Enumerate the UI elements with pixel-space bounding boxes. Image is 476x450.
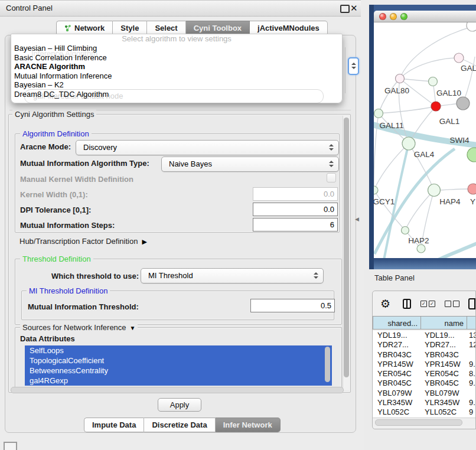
network-node[interactable] [457, 97, 470, 110]
table-row[interactable]: YBL079WYBL079W [373, 389, 476, 398]
network-node-label: GAL11 [379, 121, 403, 130]
tab-label: Discretize Data [152, 418, 207, 432]
tab-impute-data[interactable]: Impute Data [84, 418, 144, 432]
sources-toggle[interactable]: Sources for Network Inference▼ [20, 323, 138, 332]
network-node[interactable] [428, 184, 441, 197]
close-icon[interactable]: ✕ [350, 1, 358, 15]
tab-label: Infer Network [223, 418, 272, 432]
network-window[interactable]: GALGAL80GAL10GAL1GAL11GAL4SWI4GCY1HAP4YH… [374, 11, 476, 258]
algorithm-dropdown-popup: Select algorithm to view settings Bayesi… [11, 34, 343, 103]
table-cell: YPR145W [421, 360, 467, 369]
tab-infer-network[interactable]: Infer Network [216, 418, 281, 432]
column-header-partial[interactable] [467, 316, 476, 330]
table-cell: 8. [467, 369, 476, 379]
manual-kernel-checkbox[interactable] [327, 173, 336, 182]
network-view-frame: GALGAL80GAL10GAL1GAL11GAL4SWI4GCY1HAP4YH… [369, 5, 476, 269]
algorithm-combobox-fragment[interactable] [348, 57, 359, 75]
table-cell: YDR27... [373, 340, 421, 350]
table-row[interactable]: YBR043CYBR043C [373, 350, 476, 360]
splitpane-handle-icon[interactable]: ◀ [355, 216, 359, 222]
network-node[interactable] [454, 53, 464, 63]
network-node[interactable] [467, 148, 476, 162]
algorithm-option[interactable]: Dream8 DC_TDC Algorithm [11, 90, 342, 99]
which-threshold-value: MI Threshold [148, 269, 193, 283]
data-attribute-item[interactable]: BetweennessCentrality [25, 366, 332, 376]
network-node-label: GAL1 [439, 117, 460, 126]
list-scrollbar-thumb[interactable] [325, 347, 330, 382]
data-attribute-item[interactable]: TopologicalCoefficient [25, 356, 332, 366]
network-node[interactable] [467, 22, 476, 31]
network-node-label: GAL [461, 64, 476, 73]
aracne-mode-select[interactable]: Discovery [76, 140, 339, 155]
unchecked-pair-icon[interactable] [445, 301, 459, 307]
float-window-icon[interactable] [340, 5, 350, 13]
sources-title: Sources for Network Inference [22, 323, 126, 332]
mi-steps-field[interactable]: 6 [253, 218, 338, 231]
kernel-width-field[interactable]: 0.0 [253, 187, 338, 201]
network-node[interactable] [374, 109, 383, 118]
settings-horizontal-scrollbar[interactable] [11, 387, 344, 393]
application-window: Control Panel ✕ Network Style Select Cyn… [0, 0, 476, 450]
frame-border [369, 5, 374, 269]
apply-button[interactable]: Apply [158, 398, 201, 412]
dropdown-prompt: Select algorithm to view settings [11, 34, 342, 44]
table-partial-icon[interactable] [468, 298, 475, 309]
algorithm-option[interactable]: Bayesian – K2 [11, 80, 342, 90]
algorithm-option[interactable]: ARACNE Algorithm [11, 62, 342, 71]
group-title: Threshold Definition [20, 255, 93, 263]
table-row[interactable]: YER054CYER054C8. [373, 369, 476, 379]
table-row[interactable]: YPR145WYPR145W9. [373, 360, 476, 369]
network-node[interactable] [374, 186, 378, 194]
cyni-algorithm-settings-group: Cyni Algorithm Settings Algorithm Defini… [8, 114, 351, 393]
network-node[interactable] [417, 244, 425, 253]
mi-threshold-field[interactable]: 0.5 [250, 299, 335, 312]
network-node[interactable] [468, 184, 476, 194]
scrollbar-thumb[interactable] [344, 118, 349, 377]
algorithm-definition-group: Algorithm Definition Aracne Mode: Discov… [15, 133, 340, 233]
algorithm-option[interactable]: Mutual Information Inference [11, 71, 342, 81]
table-body[interactable]: YDL19...YDL19...13YDR27...YDR27...12YBR0… [373, 331, 476, 418]
network-edge [440, 189, 468, 190]
network-node[interactable] [402, 137, 415, 150]
which-threshold-label: Which threshold to use: [51, 272, 139, 281]
algorithm-option[interactable]: Basic Correlation Inference [11, 53, 342, 63]
table-cell: YBR045C [373, 379, 421, 388]
minimize-traffic-light-icon[interactable] [390, 13, 397, 20]
table-cell: YLL052C [421, 407, 467, 417]
table-row[interactable]: YLL052CYLL052C9 [373, 407, 476, 417]
network-node[interactable] [431, 102, 441, 111]
network-node[interactable] [429, 77, 438, 86]
algorithm-option[interactable]: Bayesian – Hill Climbing [11, 44, 342, 53]
table-horizontal-scrollbar[interactable] [373, 418, 475, 426]
zoom-traffic-light-icon[interactable] [400, 13, 407, 20]
table-row[interactable]: YDR27...YDR27...12 [373, 340, 476, 350]
network-node[interactable] [396, 74, 405, 83]
mi-threshold-definition-group: MI Threshold Definition Mutual Informati… [21, 291, 334, 320]
settings-vertical-scrollbar[interactable] [343, 116, 350, 390]
close-traffic-light-icon[interactable] [379, 13, 386, 20]
chevron-right-icon: ▶ [142, 237, 146, 246]
network-node-label: GCY1 [374, 197, 395, 206]
column-header-shared-name[interactable]: shared... [373, 316, 421, 330]
control-panel-title: Control Panel [6, 1, 53, 16]
checked-pair-icon[interactable]: ✓✓ [420, 301, 435, 307]
data-attribute-item[interactable]: gal4RGexp [25, 376, 332, 386]
table-row[interactable]: YBR045CYBR045C9. [373, 379, 476, 388]
dpi-tolerance-field[interactable]: 0.0 [253, 203, 338, 216]
network-node[interactable] [402, 227, 409, 234]
column-header-name[interactable]: name [420, 316, 467, 330]
minimized-panel-icon[interactable] [4, 442, 17, 450]
data-attribute-item[interactable]: SelfLoops [25, 345, 332, 356]
table-row[interactable]: YLR345WYLR345W9. [373, 398, 476, 407]
table-cell: YLR345W [373, 398, 421, 407]
which-threshold-select[interactable]: MI Threshold [141, 268, 324, 283]
data-attributes-list[interactable]: SelfLoopsTopologicalCoefficientBetweenne… [25, 345, 332, 386]
mi-algorithm-type-select[interactable]: Naive Bayes [161, 156, 339, 172]
tab-discretize-data[interactable]: Discretize Data [144, 418, 215, 432]
scrollbar-thumb[interactable] [375, 419, 462, 426]
network-canvas[interactable]: GALGAL80GAL10GAL1GAL11GAL4SWI4GCY1HAP4YH… [374, 22, 476, 258]
table-row[interactable]: YDL19...YDL19...13 [373, 331, 476, 340]
gear-icon[interactable]: ⚙ [380, 298, 390, 309]
split-columns-icon[interactable] [403, 299, 411, 309]
hub-definition-toggle[interactable]: Hub/Transcription Factor Definition▶ [19, 237, 147, 246]
